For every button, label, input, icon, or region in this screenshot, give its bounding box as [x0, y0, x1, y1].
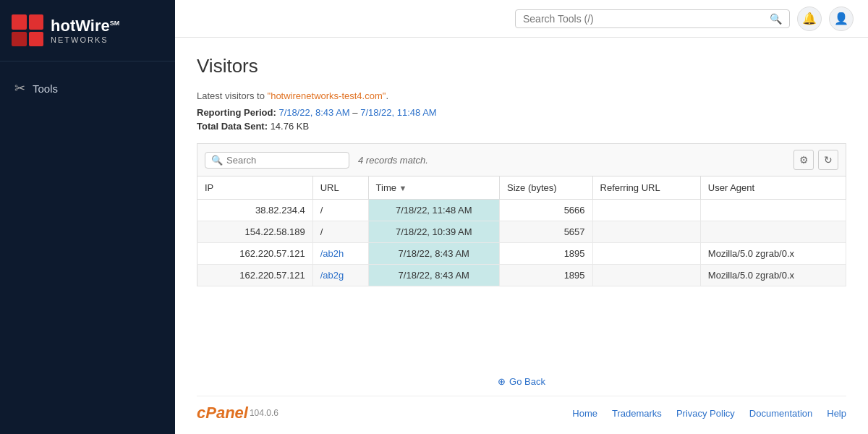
col-url: URL: [312, 176, 368, 200]
refresh-button[interactable]: ↻: [818, 150, 838, 170]
table-row: 154.22.58.189 / 7/18/22, 10:39 AM 5657: [197, 221, 846, 243]
reporting-start[interactable]: 7/18/22, 8:43 AM: [278, 107, 349, 118]
records-match: 4 records match.: [358, 155, 428, 166]
table-search-wrap[interactable]: 🔍: [205, 152, 349, 169]
reporting-period: Reporting Period: 7/18/22, 8:43 AM – 7/1…: [197, 107, 846, 118]
cell-time: 7/18/22, 10:39 AM: [368, 221, 499, 243]
search-tools-wrap[interactable]: 🔍: [515, 9, 790, 28]
col-size: Size (bytes): [500, 176, 593, 200]
footer-links: HomeTrademarksPrivacy PolicyDocumentatio…: [572, 408, 846, 419]
footer-link[interactable]: Trademarks: [612, 408, 662, 419]
cell-url[interactable]: /ab2h: [312, 243, 368, 265]
user-button[interactable]: 👤: [829, 7, 854, 31]
go-back-arrow-icon: ⊕: [498, 376, 506, 387]
sidebar: hotWireSM NETWORKS ✂ Tools: [0, 0, 175, 434]
cell-ip: 162.220.57.121: [197, 265, 313, 286]
page-content: Visitors Latest visitors to "hotwirenetw…: [175, 38, 868, 365]
cell-url: /: [312, 221, 368, 243]
cell-url[interactable]: /ab2g: [312, 265, 368, 286]
reporting-sep: –: [352, 107, 360, 118]
user-icon: 👤: [834, 12, 848, 25]
logo-hotwire: hotWireSM: [51, 17, 119, 35]
logo-squares: [12, 14, 43, 46]
total-value: 14.76 KB: [271, 121, 310, 132]
table-search-icon: 🔍: [211, 155, 223, 166]
subtitle-prefix: Latest visitors to: [197, 90, 268, 101]
cell-ip: 154.22.58.189: [197, 221, 313, 243]
subtitle-site-link[interactable]: "hotwirenetworks-test4.com": [268, 90, 386, 101]
sort-arrow-icon: ▼: [399, 184, 407, 192]
cell-user-agent: [700, 221, 846, 243]
col-user-agent: User Agent: [700, 176, 846, 200]
logo-sq-4: [29, 32, 44, 47]
cpanel-logo: cPanel 104.0.6: [197, 404, 278, 422]
total-data: Total Data Sent: 14.76 KB: [197, 121, 846, 132]
go-back-link[interactable]: ⊕ Go Back: [498, 376, 545, 387]
footer-link[interactable]: Privacy Policy: [676, 408, 735, 419]
cell-time: 7/18/22, 11:48 AM: [368, 200, 499, 221]
table-row: 162.220.57.121 /ab2g 7/18/22, 8:43 AM 18…: [197, 265, 846, 286]
total-label: Total Data Sent:: [197, 121, 268, 132]
table-search-input[interactable]: [226, 155, 343, 166]
table-row: 162.220.57.121 /ab2h 7/18/22, 8:43 AM 18…: [197, 243, 846, 265]
col-referring: Referring URL: [592, 176, 700, 200]
cell-time: 7/18/22, 8:43 AM: [368, 265, 499, 286]
table-header-row: IP URL Time ▼ Size (bytes) Referring URL…: [197, 176, 846, 200]
logo-networks: NETWORKS: [51, 35, 119, 44]
logo-sq-3: [12, 32, 27, 47]
cell-size: 5657: [500, 221, 593, 243]
cell-user-agent: [700, 200, 846, 221]
footer-link[interactable]: Documentation: [749, 408, 812, 419]
cell-user-agent: Mozilla/5.0 zgrab/0.x: [700, 243, 846, 265]
cell-referring: [592, 200, 700, 221]
footer-bottom: cPanel 104.0.6 HomeTrademarksPrivacy Pol…: [197, 396, 846, 422]
cell-referring: [592, 221, 700, 243]
tools-icon: ✂: [14, 80, 25, 96]
logo-sq-1: [12, 14, 27, 30]
notification-button[interactable]: 🔔: [797, 7, 822, 31]
visitors-table: IP URL Time ▼ Size (bytes) Referring URL…: [197, 176, 846, 286]
refresh-icon: ↻: [824, 154, 833, 166]
toolbar-actions: ⚙ ↻: [793, 150, 838, 170]
sidebar-nav: ✂ Tools: [0, 61, 175, 115]
go-back-label: Go Back: [509, 376, 545, 387]
cell-user-agent: Mozilla/5.0 zgrab/0.x: [700, 265, 846, 286]
bell-icon: 🔔: [802, 12, 817, 25]
search-tools-icon: 🔍: [770, 13, 782, 25]
cell-referring: [592, 265, 700, 286]
cell-time: 7/18/22, 8:43 AM: [368, 243, 499, 265]
footer: ⊕ Go Back cPanel 104.0.6 HomeTrademarksP…: [175, 365, 868, 434]
cpanel-text: cPanel: [197, 404, 248, 422]
table-row: 38.82.234.4 / 7/18/22, 11:48 AM 5666: [197, 200, 846, 221]
cell-ip: 162.220.57.121: [197, 243, 313, 265]
page-title: Visitors: [197, 55, 846, 77]
cell-size: 1895: [500, 243, 593, 265]
footer-link[interactable]: Home: [572, 408, 597, 419]
table-toolbar: 🔍 4 records match. ⚙ ↻: [197, 143, 846, 176]
search-tools-input[interactable]: [523, 13, 770, 25]
logo-sq-2: [29, 14, 44, 30]
cell-size: 5666: [500, 200, 593, 221]
col-time[interactable]: Time ▼: [368, 176, 499, 200]
cell-url: /: [312, 200, 368, 221]
reporting-end[interactable]: 7/18/22, 11:48 AM: [360, 107, 437, 118]
main-content: 🔍 🔔 👤 Visitors Latest visitors to "hotwi…: [175, 0, 868, 434]
col-ip: IP: [197, 176, 313, 200]
header: 🔍 🔔 👤: [175, 0, 868, 38]
subtitle: Latest visitors to "hotwirenetworks-test…: [197, 90, 846, 101]
footer-link[interactable]: Help: [827, 408, 846, 419]
cell-size: 1895: [500, 265, 593, 286]
reporting-label: Reporting Period:: [197, 107, 276, 118]
logo-text: hotWireSM NETWORKS: [51, 17, 119, 44]
cell-ip: 38.82.234.4: [197, 200, 313, 221]
logo-area: hotWireSM NETWORKS: [0, 0, 175, 61]
sidebar-item-tools[interactable]: ✂ Tools: [0, 73, 175, 103]
cell-referring: [592, 243, 700, 265]
settings-button[interactable]: ⚙: [793, 150, 814, 170]
table-body: 38.82.234.4 / 7/18/22, 11:48 AM 5666 154…: [197, 200, 846, 286]
gear-icon: ⚙: [799, 154, 809, 166]
cpanel-version: 104.0.6: [250, 408, 278, 418]
sidebar-item-tools-label: Tools: [33, 82, 58, 95]
